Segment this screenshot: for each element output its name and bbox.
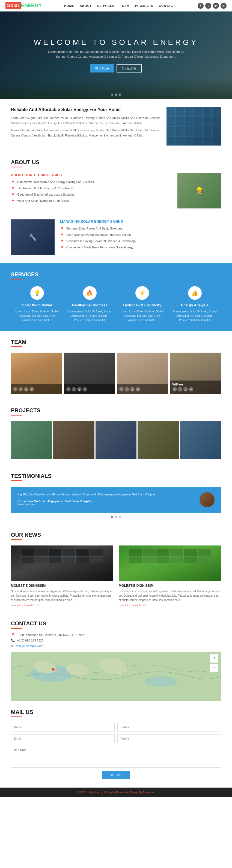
team-social-tw-1[interactable]: t [18, 387, 23, 392]
submit-button[interactable]: SUBMIT [102, 771, 130, 779]
news-image-1 [11, 546, 113, 581]
service-biomass: 🔥 Geothermal Biomass Lorem Ipsum Dolor S… [64, 286, 116, 322]
testimonials-title: TESTIMONIALS [11, 473, 221, 479]
site-header: Solar ENERGY HOME ABOUT SERVICES TEAM PR… [0, 0, 232, 11]
team-social-gp-4[interactable]: g [184, 387, 188, 392]
email-input[interactable] [11, 734, 115, 743]
team-section: TEAM f t g in f t g in [0, 331, 232, 402]
news-item-1-title: MOLESTIE DIGNISSIM [11, 584, 113, 588]
team-social-li-4[interactable]: in [189, 387, 193, 392]
phone-input[interactable] [117, 734, 221, 743]
test-dot-1[interactable] [111, 516, 113, 518]
news-date-2: June 8th,2017 [131, 604, 147, 607]
projects-section: PROJECTS [0, 402, 232, 467]
subject-input[interactable] [117, 723, 221, 732]
hero-dot-1[interactable] [111, 94, 113, 96]
message-textarea[interactable] [11, 746, 221, 768]
logo-solar: Solar [5, 2, 21, 9]
team-social-fb-4[interactable]: f [172, 387, 177, 392]
service-wind-name: Solar Wind Power [14, 303, 61, 307]
pin-icon: 📍 [60, 240, 64, 244]
news-author-1[interactable]: Admin [14, 604, 22, 607]
project-item-1[interactable] [11, 421, 52, 459]
team-social-4: f t g in [172, 387, 219, 392]
wind-power-icon: 💡 [34, 290, 41, 296]
test-dot-2[interactable] [115, 516, 117, 518]
news-author-2[interactable]: Admin [122, 604, 129, 607]
project-item-2[interactable] [53, 421, 94, 459]
nav-home[interactable]: HOME [64, 4, 74, 7]
news-item-1: MOLESTIE DIGNISSIM Suspendisse in at ips… [11, 546, 113, 607]
reliable-section: Reliable And Affordable Solar Energy For… [0, 99, 232, 154]
team-social-fb-3[interactable]: f [119, 387, 124, 392]
team-social-tw-2[interactable]: t [72, 387, 76, 392]
team-social-tw-4[interactable]: t [178, 387, 182, 392]
project-item-5[interactable] [180, 421, 221, 459]
pin-icon: 📍 [11, 193, 15, 197]
testimonials-author: Consetetur Sadipsci Aliquyaerat, Sed Dia… [17, 499, 195, 503]
team-social-fb-1[interactable]: f [13, 387, 17, 392]
testimonials-avatar [199, 492, 215, 507]
team-social-li-1[interactable]: in [30, 387, 34, 392]
pin-icon: 📍 [11, 187, 15, 191]
pin-icon: 📍 [60, 246, 64, 250]
main-nav: HOME ABOUT SERVICES TEAM PROJECTS CONTAC… [64, 4, 175, 7]
project-item-3[interactable] [95, 421, 137, 459]
team-social-li-2[interactable]: in [83, 387, 87, 392]
team-member-name-4: William [172, 383, 219, 386]
testimonials-name: Kasa Subegree [17, 503, 195, 506]
google-plus-icon[interactable]: g+ [213, 3, 219, 9]
team-social-3: f t g in [119, 387, 166, 392]
facebook-icon[interactable]: f [198, 3, 204, 9]
nav-projects[interactable]: PROJECTS [135, 4, 153, 7]
project-item-4[interactable] [138, 421, 179, 459]
hero-subtitle: Lorem Ipsum Dolor Sit. 1st Laoreet Ipsum… [48, 50, 184, 59]
team-member-1: f t g in [11, 352, 62, 394]
pin-icon: 📍 [11, 181, 15, 184]
linkedin-icon[interactable]: in [221, 3, 227, 9]
news-item-2: MOLESTIE DIGNISSIM Suspendisse in at ips… [119, 546, 221, 607]
map-container[interactable]: + − [11, 652, 221, 701]
team-social-fb-2[interactable]: f [66, 387, 71, 392]
form-row-2 [11, 734, 221, 743]
hero-dot-3[interactable] [119, 94, 121, 96]
managing-item-4: Connections Made Easy To Increase Solar … [66, 246, 134, 249]
list-item: 📍Eco Psychology And Manufacturing Solar … [60, 233, 221, 237]
team-overlay-3: f t g in [117, 384, 168, 394]
reliable-para2: Etiam Vitae Augue Elits. 1st Laoreet Ips… [11, 128, 161, 138]
about-section: ABOUT US ABOUT OUR TECHNOLOGIES 📍Commerc… [0, 154, 232, 217]
logo[interactable]: Solar ENERGY [5, 2, 42, 9]
team-social-gp-3[interactable]: g [130, 387, 134, 392]
map-svg: + − [11, 652, 221, 701]
hero-dot-2[interactable] [115, 94, 117, 96]
team-social-2: f t g in [66, 387, 113, 392]
twitter-icon[interactable]: t [205, 3, 211, 9]
contact-title: CONTACT US [11, 620, 221, 627]
logo-energy: ENERGY [21, 3, 42, 8]
nav-services[interactable]: SERVICES [97, 4, 114, 7]
testimonials-quote: ting 100, Sed Diam Nonumy Eirmod Tempor … [17, 492, 195, 497]
managing-title: MANAGING SOLAR ENERGY SAVING [60, 219, 221, 223]
team-social-1: f t g in [13, 387, 60, 392]
testimonials-card: ting 100, Sed Diam Nonumy Eirmod Tempor … [11, 487, 221, 513]
services-section: SERVICES 💡 Solar Wind Power Lorem Ipsum … [0, 263, 232, 331]
about-sub-title: ABOUT OUR TECHNOLOGIES [11, 173, 172, 177]
nav-team[interactable]: TEAM [120, 4, 130, 7]
test-dot-3[interactable] [119, 516, 121, 518]
hero-section: WELCOME TO SOLAR ENERGY Lorem Ipsum Dolo… [0, 11, 232, 99]
team-social-gp-2[interactable]: g [77, 387, 82, 392]
site-footer: © 2017 Solar Energy, All Rights Reserved… [0, 787, 232, 797]
team-social-gp-1[interactable]: g [24, 387, 28, 392]
find-more-button[interactable]: Find More [90, 64, 114, 72]
contact-us-button[interactable]: Contact Us [117, 64, 142, 72]
contact-email[interactable]: Mail@Example.Com [16, 644, 43, 648]
projects-underline [11, 415, 22, 415]
team-social-tw-3[interactable]: t [125, 387, 129, 392]
hero-title: WELCOME TO SOLAR ENERGY [34, 38, 198, 47]
nav-contact[interactable]: CONTACT [159, 4, 175, 7]
team-social-li-3[interactable]: in [136, 387, 140, 392]
name-input[interactable] [11, 723, 115, 732]
nav-about[interactable]: ABOUT [80, 4, 92, 7]
team-overlay-2: f t g in [64, 384, 115, 394]
hero-buttons: Find More Contact Us [90, 64, 142, 72]
